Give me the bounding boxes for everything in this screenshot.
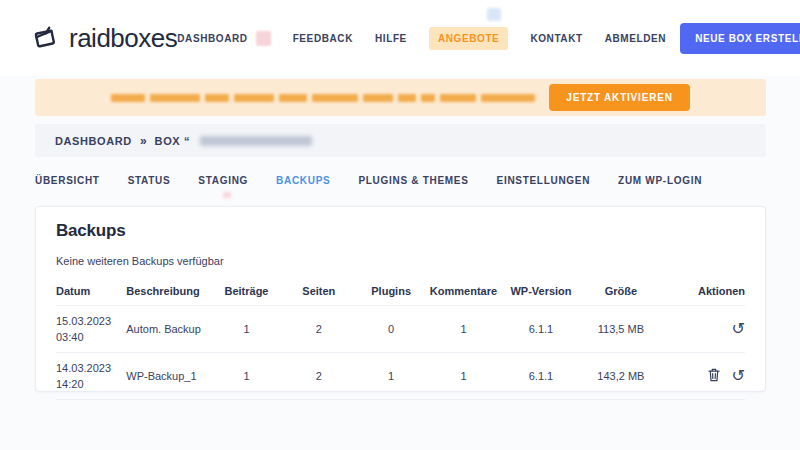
col-wp-version: WP-Version: [501, 279, 581, 306]
cell-plugins: 0: [356, 306, 426, 353]
blurred-box-name: [200, 136, 312, 146]
activate-now-button[interactable]: JETZT AKTIVIEREN: [549, 84, 689, 111]
cell-kommentare: 1: [426, 306, 501, 353]
blurred-element: [487, 8, 501, 21]
blurred-banner-text: [111, 94, 535, 102]
brand-name: raidboxes: [69, 23, 177, 54]
raidboxes-box-icon: [30, 23, 60, 53]
restore-backup-icon[interactable]: ↺: [723, 322, 745, 337]
table-row: 15.03.2023 03:40 Autom. Backup 1 2 0 1 6…: [56, 306, 745, 353]
tab-uebersicht[interactable]: ÜBERSICHT: [35, 171, 100, 190]
cell-groesse: 143,2 MB: [581, 353, 661, 400]
tab-zum-wp-login[interactable]: ZUM WP-LOGIN: [618, 171, 702, 190]
nav-kontakt[interactable]: KONTAKT: [530, 33, 582, 44]
brand-logo[interactable]: raidboxes: [30, 23, 177, 54]
blurred-dot: [223, 192, 231, 198]
cell-beitraege: 1: [212, 353, 282, 400]
backups-table: Datum Beschreibung Beiträge Seiten Plugi…: [56, 279, 745, 400]
cell-kommentare: 1: [426, 353, 501, 400]
tab-backups[interactable]: BACKUPS: [276, 171, 330, 190]
cell-aktionen: ↺: [661, 306, 745, 353]
new-box-button[interactable]: NEUE BOX ERSTELLEN: [680, 23, 800, 54]
tab-staging[interactable]: STAGING: [198, 171, 248, 190]
cell-beitraege: 1: [212, 306, 282, 353]
blurred-nav-badge: [256, 31, 271, 46]
breadcrumb-separator-icon: »: [140, 134, 147, 148]
nav-angebote[interactable]: ANGEBOTE: [429, 27, 508, 50]
col-seiten: Seiten: [281, 279, 356, 306]
trial-banner: JETZT AKTIVIEREN: [35, 79, 766, 116]
cell-plugins: 1: [356, 353, 426, 400]
col-beschreibung: Beschreibung: [126, 279, 211, 306]
cell-wp-version: 6.1.1: [501, 306, 581, 353]
breadcrumb-box-label: BOX “: [155, 135, 190, 147]
nav-feedback[interactable]: FEEDBACK: [293, 33, 353, 44]
cell-seiten: 2: [281, 353, 356, 400]
cell-seiten: 2: [281, 306, 356, 353]
tab-bar: ÜBERSICHT STATUS STAGING BACKUPS PLUGINS…: [35, 171, 766, 190]
breadcrumb-dashboard[interactable]: DASHBOARD: [55, 135, 132, 147]
col-groesse: Größe: [581, 279, 661, 306]
col-plugins: Plugins: [356, 279, 426, 306]
nav-dashboard[interactable]: DASHBOARD: [177, 33, 247, 44]
tab-plugins-themes[interactable]: PLUGINS & THEMES: [358, 171, 468, 190]
main-nav: DASHBOARD FEEDBACK HILFE ANGEBOTE KONTAK…: [177, 27, 666, 50]
backups-card: Backups Keine weiteren Backups verfügbar…: [35, 206, 766, 392]
nav-hilfe[interactable]: HILFE: [375, 33, 407, 44]
top-nav: raidboxes DASHBOARD FEEDBACK HILFE ANGEB…: [0, 0, 800, 76]
delete-backup-icon[interactable]: [699, 368, 720, 385]
nav-abmelden[interactable]: ABMELDEN: [605, 33, 666, 44]
restore-backup-icon[interactable]: ↺: [723, 369, 745, 384]
cell-datum: 15.03.2023 03:40: [56, 306, 126, 353]
table-header-row: Datum Beschreibung Beiträge Seiten Plugi…: [56, 279, 745, 306]
tab-status[interactable]: STATUS: [128, 171, 171, 190]
col-datum: Datum: [56, 279, 126, 306]
cell-beschreibung: WP-Backup_1: [126, 353, 211, 400]
cell-aktionen: ↺: [661, 353, 745, 400]
cell-beschreibung: Autom. Backup: [126, 306, 211, 353]
col-kommentare: Kommentare: [426, 279, 501, 306]
cell-wp-version: 6.1.1: [501, 353, 581, 400]
cell-groesse: 113,5 MB: [581, 306, 661, 353]
table-row: 14.03.2023 14:20 WP-Backup_1 1 2 1 1 6.1…: [56, 353, 745, 400]
card-title: Backups: [56, 221, 745, 241]
empty-backups-note: Keine weiteren Backups verfügbar: [56, 255, 745, 267]
col-beitraege: Beiträge: [212, 279, 282, 306]
col-aktionen: Aktionen: [661, 279, 745, 306]
breadcrumb: DASHBOARD » BOX “: [35, 124, 766, 157]
cell-datum: 14.03.2023 14:20: [56, 353, 126, 400]
tab-einstellungen[interactable]: EINSTELLUNGEN: [497, 171, 591, 190]
